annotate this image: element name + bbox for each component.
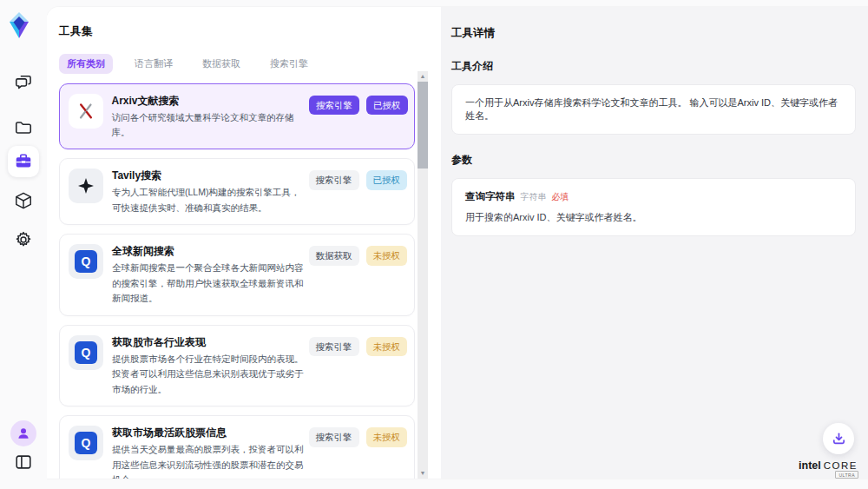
app-logo [6,10,32,40]
tool-card-global-news[interactable]: Q 全球新闻搜索 全球新闻搜索是一个聚合全球各大新闻网站内容的搜索引擎，帮助用户… [59,234,415,316]
toolbox-icon[interactable] [8,146,39,177]
panel-toggle-icon[interactable] [8,446,39,478]
arxiv-logo-icon [69,94,103,129]
tool-description: 提供股票市场各个行业在特定时间段内的表现。投资者可以利用这些信息来识别表现优于或… [112,352,306,398]
category-badge: 搜索引擎 [309,170,359,190]
tool-description: 访问各个研究领域大量科学论文和文章的存储库。 [112,110,306,141]
tavily-star-icon [69,169,103,203]
left-rail [0,0,47,489]
tab-search-engine[interactable]: 搜索引擎 [262,54,316,74]
tool-name: Arxiv文献搜索 [112,94,306,108]
category-badge: 搜索引擎 [309,337,359,357]
intro-text: 一个用于从Arxiv存储库搜索科学论文和文章的工具。 输入可以是Arxiv ID… [465,96,842,122]
brand-intel: intel [799,459,821,472]
avatar[interactable] [8,418,39,449]
tool-description: 全球新闻搜索是一个聚合全球各大新闻网站内容的搜索引擎，帮助用户快速获取全球最新资… [112,261,306,307]
param-type: 字符串 [521,191,547,203]
param-description: 用于搜索的Arxiv ID、关键字或作者姓名。 [465,211,842,224]
main-surface: 工具集 所有类别 语言翻译 数据获取 搜索引擎 Arxiv文献搜索 访问 [47,7,868,479]
tool-detail-panel: 工具详情 工具介绍 一个用于从Arxiv存储库搜索科学论文和文章的工具。 输入可… [441,7,868,479]
status-badge: 未授权 [366,427,408,447]
news-search-icon: Q [69,244,103,279]
tool-name: 全球新闻搜索 [112,244,306,258]
scroll-down-arrow[interactable]: ▼ [418,469,428,478]
list-scrollbar[interactable]: ▲ ▼ [418,71,428,479]
brand-core: COREULTRA [824,460,858,471]
category-badge: 数据获取 [309,246,359,266]
status-badge: 未授权 [366,246,408,266]
tool-list-panel: 工具集 所有类别 语言翻译 数据获取 搜索引擎 Arxiv文献搜索 访问 [47,7,441,479]
brand-ultra-badge: ULTRA [835,471,858,479]
tool-description: 提供当天交易量最高的股票列表，投资者可以利用这些信息来识别流动性强的股票和潜在的… [112,442,306,479]
stock-search-icon: Q [69,335,103,370]
download-button[interactable] [823,423,854,454]
param-box: 查询字符串 字符串 必填 用于搜索的Arxiv ID、关键字或作者姓名。 [451,178,856,236]
folder-icon[interactable] [8,112,39,143]
tool-card-active-stocks[interactable]: Q 获取市场最活跃股票信息 提供当天交易量最高的股票列表，投资者可以利用这些信息… [59,415,415,479]
category-badge: 搜索引擎 [309,96,359,116]
param-name: 查询字符串 [465,190,516,203]
intel-core-logo: intel COREULTRA [799,459,858,472]
category-badge: 搜索引擎 [309,427,359,447]
tool-name: 获取股市各行业表现 [112,335,306,349]
tool-card-tavily[interactable]: Tavily搜索 专为人工智能代理(LLM)构建的搜索引擎工具，可快速提供实时、… [59,158,415,225]
tool-card-arxiv[interactable]: Arxiv文献搜索 访问各个研究领域大量科学论文和文章的存储库。 搜索引擎 已授… [59,83,415,149]
tab-language-translation[interactable]: 语言翻译 [127,54,181,74]
chat-icon[interactable] [8,67,39,98]
scrollbar-thumb[interactable] [418,82,428,169]
tool-name: Tavily搜索 [112,169,306,182]
gear-icon[interactable] [8,224,39,255]
param-required-badge: 必填 [552,191,569,203]
status-badge: 已授权 [366,96,408,116]
tab-all-categories[interactable]: 所有类别 [59,54,113,74]
status-badge: 已授权 [366,170,408,190]
params-heading: 参数 [451,153,856,168]
tool-card-sector-performance[interactable]: Q 获取股市各行业表现 提供股票市场各个行业在特定时间段内的表现。投资者可以利用… [59,325,415,407]
status-badge: 未授权 [366,337,408,357]
tool-name: 获取市场最活跃股票信息 [112,426,306,439]
stock-search-icon: Q [69,426,103,460]
detail-title: 工具详情 [451,26,856,41]
intro-box: 一个用于从Arxiv存储库搜索科学论文和文章的工具。 输入可以是Arxiv ID… [451,84,856,135]
tool-card-list: Arxiv文献搜索 访问各个研究领域大量科学论文和文章的存储库。 搜索引擎 已授… [59,83,415,479]
page-title: 工具集 [59,24,441,39]
scroll-up-arrow[interactable]: ▲ [418,72,428,81]
package-icon[interactable] [8,185,39,216]
tool-description: 专为人工智能代理(LLM)构建的搜索引擎工具，可快速提供实时、准确和真实的结果。 [112,185,306,215]
intro-heading: 工具介绍 [451,59,856,74]
tab-data-acquisition[interactable]: 数据获取 [194,54,248,74]
category-tabs: 所有类别 语言翻译 数据获取 搜索引擎 [59,54,441,74]
